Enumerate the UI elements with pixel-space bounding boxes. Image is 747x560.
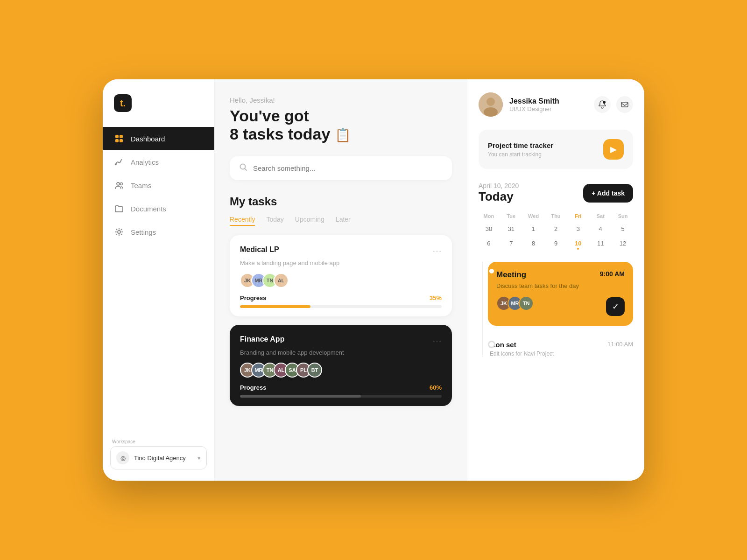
workspace-label: Workspace (110, 439, 207, 444)
cal-day-12[interactable]: 12 (613, 237, 633, 252)
avatar: BT (307, 363, 322, 378)
tracker-card: Project time tracker You can start track… (479, 130, 633, 169)
progress-pct-finance: 60% (430, 384, 442, 391)
timeline-dot-iconset (488, 341, 495, 348)
tab-later[interactable]: Later (336, 216, 351, 226)
cal-header-tue: Tue (501, 211, 521, 221)
cal-day-7[interactable]: 7 (501, 237, 521, 252)
cal-day-8[interactable]: 8 (523, 237, 544, 252)
cal-header-fri: Fri (568, 211, 588, 221)
sidebar-item-settings[interactable]: Settings (103, 220, 214, 244)
svg-line-9 (245, 169, 247, 171)
svg-point-4 (115, 163, 117, 165)
settings-label: Settings (131, 228, 156, 236)
search-bar (230, 156, 452, 180)
tab-today[interactable]: Today (266, 216, 283, 226)
cal-day-3[interactable]: 3 (568, 223, 588, 235)
teams-label: Teams (131, 182, 151, 189)
task-card-medical: Medical LP ⋯ Make a landing page and mob… (230, 235, 452, 316)
meeting-description: Discuss team tasks for the day (496, 282, 625, 289)
cal-header-mon: Mon (479, 211, 499, 221)
svg-rect-2 (115, 139, 119, 142)
cal-day-6[interactable]: 6 (479, 237, 499, 252)
timeline: Meeting 9:00 AM Discuss team tasks for t… (479, 262, 633, 357)
task-card-finance: Finance App ⋯ Branding and mobile app de… (230, 325, 452, 406)
add-task-button[interactable]: + Add task (583, 184, 633, 203)
right-panel: Jessika Smith UI/UX Designer (467, 79, 644, 481)
icon-set-card: Icon set 11:00 AM Edit icons for Navi Pr… (490, 335, 633, 357)
mail-button[interactable] (616, 96, 633, 113)
cal-header-sat: Sat (590, 211, 611, 221)
main-content: Hello, Jessika! You've got 8 tasks today… (215, 79, 644, 481)
task-desc-finance: Branding and mobile app development (240, 349, 442, 356)
task-desc-medical: Make a landing page and mobile app (240, 259, 442, 266)
search-icon (239, 163, 247, 174)
meeting-title: Meeting (496, 270, 526, 280)
meeting-check-button[interactable]: ✓ (606, 297, 625, 316)
chart-icon (114, 157, 124, 167)
user-header: Jessika Smith UI/UX Designer (479, 92, 633, 117)
svg-point-6 (120, 183, 123, 185)
progress-fill-finance (240, 395, 361, 398)
gear-icon (114, 227, 124, 237)
workspace-selector[interactable]: ◎ Tino Digital Agency ▾ (110, 446, 207, 469)
chevron-down-icon: ▾ (197, 455, 201, 462)
timeline-item-iconset: Icon set 11:00 AM Edit icons for Navi Pr… (488, 335, 633, 357)
svg-point-7 (118, 231, 120, 233)
tasks-title: My tasks (230, 195, 452, 208)
cal-day-1[interactable]: 1 (523, 223, 544, 235)
cal-day-10-today[interactable]: 10 (568, 237, 588, 252)
header-icons (594, 96, 633, 113)
icon-set-description: Edit icons for Navi Project (490, 350, 633, 357)
search-input[interactable] (253, 164, 443, 172)
progress-bar-medical (240, 305, 442, 308)
task-avatars-finance: JK MR TN AL SA PL BT (240, 363, 442, 378)
tracker-play-button[interactable]: ▶ (603, 139, 624, 160)
progress-label-medical: Progress (240, 294, 266, 301)
avatar: TN (519, 296, 534, 311)
calendar-header: April 10, 2020 Today + Add task (479, 182, 633, 204)
cal-day-30[interactable]: 30 (479, 223, 499, 235)
calendar-grid: Mon Tue Wed Thu Fri Sat Sun 30 31 1 2 3 … (479, 211, 633, 252)
user-info: Jessika Smith UI/UX Designer (509, 97, 587, 112)
sidebar-item-teams[interactable]: Teams (103, 174, 214, 197)
task-avatars-medical: JK MR TN AL (240, 273, 442, 288)
calendar-date-info: April 10, 2020 Today (479, 182, 519, 204)
calendar-date-label: April 10, 2020 (479, 182, 519, 189)
cal-header-wed: Wed (523, 211, 544, 221)
cal-day-5[interactable]: 5 (613, 223, 633, 235)
sidebar-item-dashboard[interactable]: Dashboard (103, 127, 214, 150)
workspace-icon: ◎ (116, 451, 129, 464)
task-options-finance[interactable]: ⋯ (432, 335, 442, 346)
tab-upcoming[interactable]: Upcoming (295, 216, 324, 226)
documents-label: Documents (131, 205, 166, 213)
timeline-dot-meeting (488, 267, 495, 275)
svg-rect-1 (120, 135, 123, 138)
icon-set-time: 11:00 AM (607, 341, 633, 348)
sidebar-item-analytics[interactable]: Analytics (103, 150, 214, 174)
main-headline: You've got 8 tasks today 📋 (230, 107, 452, 143)
sidebar-item-documents[interactable]: Documents (103, 197, 214, 220)
user-avatar (479, 92, 503, 117)
cal-day-2[interactable]: 2 (546, 223, 566, 235)
tracker-subtitle: You can start tracking (488, 151, 553, 158)
tab-recently[interactable]: Recently (230, 216, 255, 226)
tracker-info: Project time tracker You can start track… (488, 141, 553, 158)
svg-point-5 (117, 182, 120, 185)
meeting-card: Meeting 9:00 AM Discuss team tasks for t… (488, 262, 633, 326)
svg-point-11 (486, 98, 495, 106)
progress-pct-medical: 35% (430, 294, 442, 301)
timeline-item-meeting: Meeting 9:00 AM Discuss team tasks for t… (488, 262, 633, 326)
cal-day-31[interactable]: 31 (501, 223, 521, 235)
analytics-label: Analytics (131, 158, 159, 166)
greeting-text: Hello, Jessika! (230, 96, 452, 104)
cal-day-4[interactable]: 4 (590, 223, 611, 235)
cal-day-9[interactable]: 9 (546, 237, 566, 252)
logo-area: t. (103, 94, 214, 127)
user-role: UI/UX Designer (509, 105, 587, 112)
notification-bell-button[interactable] (594, 96, 611, 113)
calendar-today-label: Today (479, 189, 519, 204)
cal-day-11[interactable]: 11 (590, 237, 611, 252)
task-options-medical[interactable]: ⋯ (432, 245, 442, 257)
progress-fill-medical (240, 305, 310, 308)
